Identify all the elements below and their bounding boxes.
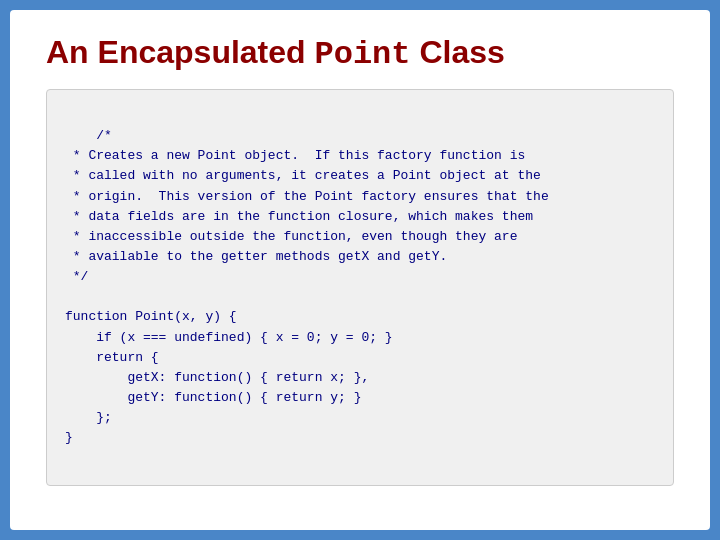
slide: An Encapsulated Point Class /* * Creates… [10, 10, 710, 530]
title-suffix: Class [411, 34, 505, 70]
title-prefix: An Encapsulated [46, 34, 315, 70]
code-body: function Point(x, y) { if (x === undefin… [65, 309, 393, 445]
code-block: /* * Creates a new Point object. If this… [46, 89, 674, 486]
comment-block: /* * Creates a new Point object. If this… [65, 128, 549, 284]
title-code: Point [315, 36, 411, 73]
slide-title: An Encapsulated Point Class [46, 34, 674, 73]
